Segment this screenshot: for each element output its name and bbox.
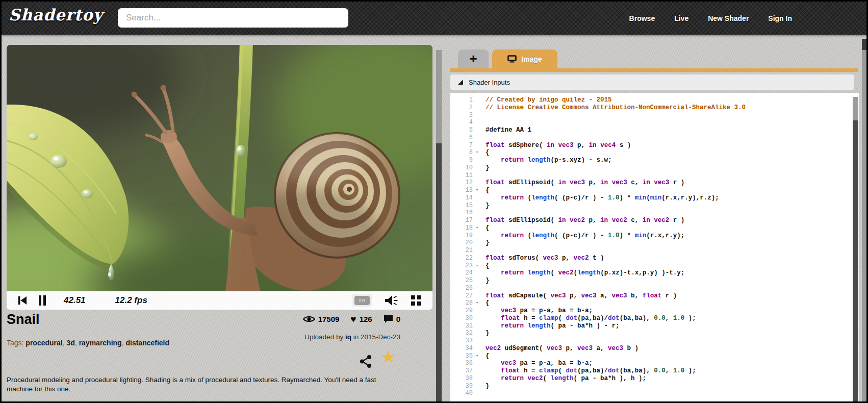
code-line[interactable]: 38 return vec2( length( pa - ba*h ), h )… [450, 375, 859, 383]
code-line[interactable]: 6 [450, 134, 859, 142]
page-scrollbar[interactable] [862, 50, 867, 403]
code-line[interactable]: 24 return length( vec2(length(p.xz)-t.x,… [450, 269, 859, 277]
nav-new-shader[interactable]: New Shader [708, 14, 749, 22]
code-line[interactable]: 3 [450, 112, 859, 119]
code-line[interactable]: 20} [450, 239, 859, 247]
rewind-button[interactable] [18, 295, 27, 306]
line-number: 33 [450, 337, 473, 345]
code-line[interactable]: 34vec2 udSegment( vec3 p, vec3 a, vec3 b… [450, 345, 859, 352]
left-panel-scrollbar[interactable] [436, 50, 442, 403]
line-number: 15 [450, 202, 473, 210]
fold-arrow-icon[interactable]: ▾ [473, 149, 481, 157]
fold-spacer [473, 255, 481, 262]
uploaded-author[interactable]: iq [345, 333, 351, 341]
code-line[interactable]: 22float sdTorus( vec3 p, vec2 t ) [450, 255, 859, 262]
code-line[interactable]: 28▾{ [450, 299, 859, 307]
code-text: { [481, 149, 490, 157]
nav-live[interactable]: Live [674, 14, 688, 22]
code-line[interactable]: 18▾{ [450, 224, 859, 232]
fold-spacer [473, 337, 481, 345]
code-line[interactable]: 25} [450, 277, 859, 285]
code-line[interactable]: 36 vec3 pa = p-a, ba = b-a; [450, 360, 859, 367]
code-line[interactable]: 17float sdEllipsoid( in vec2 p, in vec2 … [450, 217, 859, 224]
share-button[interactable] [360, 355, 372, 370]
shadertoy-logo[interactable]: Shadertoy [9, 6, 103, 24]
code-text: vec2 udSegment( vec3 p, vec3 a, vec3 b ) [481, 345, 639, 352]
fold-arrow-icon[interactable]: ▾ [473, 224, 481, 232]
scrollbar-thumb[interactable] [436, 50, 442, 143]
line-number: 29 [450, 307, 473, 315]
code-text: // Created by inigo quilez - 2015 [481, 96, 612, 104]
pause-button[interactable] [38, 295, 46, 306]
code-line[interactable]: 21 [450, 247, 859, 255]
editor-scrollbar[interactable] [853, 97, 858, 403]
fold-spacer [473, 285, 481, 292]
vr-button[interactable]: VR [352, 294, 372, 307]
nav-browse[interactable]: Browse [629, 14, 655, 22]
code-line[interactable]: 4 [450, 119, 859, 127]
shader-preview-canvas[interactable] [7, 45, 432, 291]
code-line[interactable]: 29 vec3 pa = p-a, ba = b-a; [450, 307, 859, 315]
line-number: 30 [450, 315, 473, 322]
code-line[interactable]: 19 return (length( (p-c)/r ) - 1.0) * mi… [450, 232, 859, 240]
code-line[interactable]: 26 [450, 285, 859, 292]
line-number: 2 [450, 104, 473, 112]
code-text: return length(p-s.xyz) - s.w; [481, 157, 612, 164]
tag[interactable]: 3d [67, 339, 75, 347]
code-line[interactable]: 2// License Creative Commons Attribution… [450, 104, 859, 112]
code-line[interactable]: 7float sdSphere( in vec3 p, in vec4 s ) [450, 142, 859, 149]
fold-arrow-icon[interactable]: ▾ [473, 262, 481, 270]
code-editor[interactable]: 1// Created by inigo quilez - 20152// Li… [450, 93, 859, 403]
snail-render-image [7, 45, 432, 291]
code-line[interactable]: 5#define AA 1 [450, 127, 859, 134]
shader-info-header: Snail 17509 ♥ 126 0 [7, 312, 400, 328]
nav-sign-in[interactable]: Sign In [768, 14, 792, 22]
code-line[interactable]: 14 return (length( (p-c)/r ) - 1.0) * mi… [450, 194, 859, 202]
fold-arrow-icon[interactable]: ▾ [473, 187, 481, 194]
tag[interactable]: procedural [25, 339, 62, 347]
tag[interactable]: distancefield [125, 339, 169, 347]
code-line[interactable]: 12float sdEllipsoid( in vec3 p, in vec3 … [450, 179, 859, 187]
line-number: 9 [450, 157, 473, 164]
code-line[interactable]: 31 return length( pa - ba*h ) - r; [450, 322, 859, 330]
fold-arrow-icon[interactable]: ▾ [473, 299, 481, 307]
add-tab-button[interactable]: + [458, 49, 489, 68]
line-number: 12 [450, 179, 473, 187]
favorite-star-button[interactable]: ★ [381, 348, 396, 365]
volume-button[interactable] [385, 295, 398, 306]
code-line[interactable]: 10} [450, 164, 859, 172]
code-line[interactable]: 23▾{ [450, 262, 859, 270]
code-line[interactable]: 32} [450, 330, 859, 337]
code-line[interactable]: 30 float h = clamp( dot(pa,ba)/dot(ba,ba… [450, 315, 859, 322]
tag-list: procedural, 3d, raymarching, distancefie… [25, 339, 169, 347]
scrollbar-thumb[interactable] [853, 97, 858, 120]
code-line[interactable]: 1// Created by inigo quilez - 2015 [450, 96, 859, 104]
code-line[interactable]: 11 [450, 172, 859, 180]
code-line[interactable]: 16 [450, 209, 859, 217]
code-line[interactable]: 35▾{ [450, 352, 859, 360]
comments-stat[interactable]: 0 [384, 315, 400, 323]
code-line[interactable]: 33 [450, 337, 859, 345]
code-line[interactable]: 9 return length(p-s.xyz) - s.w; [450, 157, 859, 164]
code-line[interactable]: 39} [450, 383, 859, 390]
code-line[interactable]: 15} [450, 202, 859, 210]
code-text [481, 390, 486, 397]
shader-inputs-toggle[interactable]: Shader Inputs [450, 74, 854, 90]
tag[interactable]: raymarching [79, 339, 122, 347]
line-number: 40 [450, 390, 473, 397]
code-text: { [481, 224, 490, 232]
fold-spacer [473, 202, 481, 210]
likes-stat[interactable]: ♥ 126 [350, 315, 372, 323]
code-text: } [481, 164, 490, 172]
code-line[interactable]: 13▾{ [450, 187, 859, 194]
code-line[interactable]: 27float sdCapsule( vec3 p, vec3 a, vec3 … [450, 292, 859, 300]
code-text: { [481, 187, 490, 194]
code-line[interactable]: 8▾{ [450, 149, 859, 157]
fullscreen-button[interactable] [411, 295, 421, 306]
fold-arrow-icon[interactable]: ▾ [473, 352, 481, 360]
uploaded-prefix: Uploaded by [304, 333, 343, 341]
search-input[interactable] [118, 8, 348, 28]
code-line[interactable]: 40 [450, 390, 859, 397]
code-line[interactable]: 37 float h = clamp( dot(pa,ba)/dot(ba,ba… [450, 367, 859, 375]
tab-image[interactable]: Image [492, 49, 557, 68]
